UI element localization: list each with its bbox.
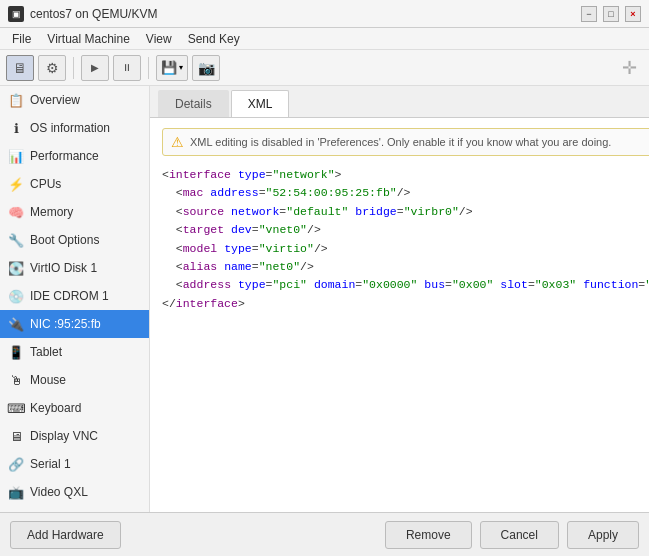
content-area: Details XML ⚠ XML editing is disabled in… xyxy=(150,86,649,512)
window-title: centos7 on QEMU/KVM xyxy=(30,7,157,21)
memory-icon: 🧠 xyxy=(8,204,24,220)
cpus-label: CPUs xyxy=(30,177,61,191)
apply-button[interactable]: Apply xyxy=(567,521,639,549)
details-tab[interactable]: Details xyxy=(158,90,229,117)
display-vnc-icon: 🖥 xyxy=(8,428,24,444)
ide-cdrom-item[interactable]: 💿 IDE CDROM 1 xyxy=(0,282,149,310)
os-info-item[interactable]: ℹ OS information xyxy=(0,114,149,142)
window-controls: − □ × xyxy=(581,6,641,22)
warning-text: XML editing is disabled in 'Preferences'… xyxy=(190,136,611,148)
performance-item[interactable]: 📊 Performance xyxy=(0,142,149,170)
serial1-item[interactable]: 🔗 Serial 1 xyxy=(0,450,149,478)
video-qxl-icon: 📺 xyxy=(8,484,24,500)
virtio-disk-item[interactable]: 💽 VirtIO Disk 1 xyxy=(0,254,149,282)
keyboard-item[interactable]: ⌨ Keyboard xyxy=(0,394,149,422)
app-icon: ▣ xyxy=(8,6,24,22)
keyboard-label: Keyboard xyxy=(30,401,81,415)
storage-dropdown[interactable]: 💾 ▾ xyxy=(156,55,188,81)
play-button[interactable]: ▶ xyxy=(81,55,109,81)
migrate-icon: ✛ xyxy=(615,55,643,81)
os-info-label: OS information xyxy=(30,121,110,135)
serial1-label: Serial 1 xyxy=(30,457,71,471)
dropdown-arrow: ▾ xyxy=(179,63,183,72)
title-bar-left: ▣ centos7 on QEMU/KVM xyxy=(8,6,157,22)
cpus-item[interactable]: ⚡ CPUs xyxy=(0,170,149,198)
warning-icon: ⚠ xyxy=(171,134,184,150)
minimize-button[interactable]: − xyxy=(581,6,597,22)
overview-icon: 📋 xyxy=(8,92,24,108)
virtio-disk-label: VirtIO Disk 1 xyxy=(30,261,97,275)
pause-button[interactable]: ⏸ xyxy=(113,55,141,81)
display-vnc-item[interactable]: 🖥 Display VNC xyxy=(0,422,149,450)
ide-cdrom-label: IDE CDROM 1 xyxy=(30,289,109,303)
video-qxl-item[interactable]: 📺 Video QXL xyxy=(0,478,149,506)
boot-options-item[interactable]: 🔧 Boot Options xyxy=(0,226,149,254)
overview-label: Overview xyxy=(30,93,80,107)
menu-bar: File Virtual Machine View Send Key xyxy=(0,28,649,50)
toolbar: 🖥 ⚙ ▶ ⏸ 💾 ▾ 📷 ✛ xyxy=(0,50,649,86)
controller-usb-item[interactable]: 🔌 Controller USB 0 xyxy=(0,506,149,512)
keyboard-icon: ⌨ xyxy=(8,400,24,416)
maximize-button[interactable]: □ xyxy=(603,6,619,22)
sidebar: 📋 Overview ℹ OS information 📊 Performanc… xyxy=(0,86,150,512)
title-bar: ▣ centos7 on QEMU/KVM − □ × xyxy=(0,0,649,28)
tab-bar: Details XML xyxy=(150,86,649,118)
memory-item[interactable]: 🧠 Memory xyxy=(0,198,149,226)
virtio-disk-icon: 💽 xyxy=(8,260,24,276)
xml-tab[interactable]: XML xyxy=(231,90,290,117)
boot-options-label: Boot Options xyxy=(30,233,99,247)
nic-icon: 🔌 xyxy=(8,316,24,332)
performance-icon: 📊 xyxy=(8,148,24,164)
os-info-icon: ℹ xyxy=(8,120,24,136)
ide-cdrom-icon: 💿 xyxy=(8,288,24,304)
main-area: 📋 Overview ℹ OS information 📊 Performanc… xyxy=(0,86,649,512)
xml-area: ⚠ XML editing is disabled in 'Preference… xyxy=(150,118,649,512)
serial1-icon: 🔗 xyxy=(8,456,24,472)
settings-button[interactable]: ⚙ xyxy=(38,55,66,81)
mouse-label: Mouse xyxy=(30,373,66,387)
boot-options-icon: 🔧 xyxy=(8,232,24,248)
cancel-button[interactable]: Cancel xyxy=(480,521,559,549)
overview-item[interactable]: 📋 Overview xyxy=(0,86,149,114)
toolbar-separator-1 xyxy=(73,57,74,79)
menu-view[interactable]: View xyxy=(138,30,180,48)
memory-label: Memory xyxy=(30,205,73,219)
close-button[interactable]: × xyxy=(625,6,641,22)
warning-bar: ⚠ XML editing is disabled in 'Preference… xyxy=(162,128,649,156)
mouse-icon: 🖱 xyxy=(8,372,24,388)
xml-code[interactable]: <interface type="network"> <mac address=… xyxy=(162,166,649,313)
remove-button[interactable]: Remove xyxy=(385,521,472,549)
display-vnc-label: Display VNC xyxy=(30,429,98,443)
nic-label: NIC :95:25:fb xyxy=(30,317,101,331)
snapshot-button[interactable]: 📷 xyxy=(192,55,220,81)
tablet-item[interactable]: 📱 Tablet xyxy=(0,338,149,366)
cpus-icon: ⚡ xyxy=(8,176,24,192)
toolbar-separator-2 xyxy=(148,57,149,79)
video-qxl-label: Video QXL xyxy=(30,485,88,499)
performance-label: Performance xyxy=(30,149,99,163)
nic-item[interactable]: 🔌 NIC :95:25:fb xyxy=(0,310,149,338)
menu-file[interactable]: File xyxy=(4,30,39,48)
menu-virtual-machine[interactable]: Virtual Machine xyxy=(39,30,138,48)
monitor-button[interactable]: 🖥 xyxy=(6,55,34,81)
storage-icon: 💾 xyxy=(161,60,177,75)
tablet-icon: 📱 xyxy=(8,344,24,360)
menu-send-key[interactable]: Send Key xyxy=(180,30,248,48)
add-hardware-button[interactable]: Add Hardware xyxy=(10,521,121,549)
tablet-label: Tablet xyxy=(30,345,62,359)
mouse-item[interactable]: 🖱 Mouse xyxy=(0,366,149,394)
bottom-bar: Add Hardware Remove Cancel Apply xyxy=(0,512,649,556)
